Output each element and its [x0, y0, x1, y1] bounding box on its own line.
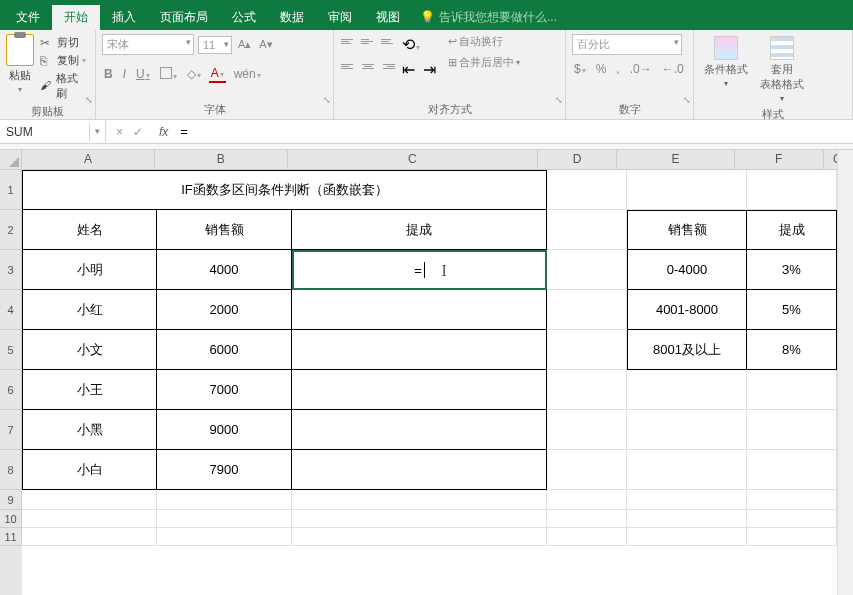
cell-E7[interactable]: [627, 410, 747, 450]
cell-E8[interactable]: [627, 450, 747, 490]
font-size-combo[interactable]: 11: [198, 36, 232, 54]
cell-B9[interactable]: [157, 490, 292, 510]
cell-E6[interactable]: [627, 370, 747, 410]
align-top-button[interactable]: [340, 34, 356, 48]
tell-me[interactable]: 💡告诉我您想要做什么...: [412, 9, 557, 26]
cell-A8[interactable]: 小白: [22, 450, 157, 490]
row-header-1[interactable]: 1: [0, 170, 22, 210]
row-header-4[interactable]: 4: [0, 290, 22, 330]
cell-A4[interactable]: 小红: [22, 290, 157, 330]
col-header-B[interactable]: B: [155, 150, 288, 170]
cell-D3[interactable]: [547, 250, 627, 290]
cell-A5[interactable]: 小文: [22, 330, 157, 370]
name-box[interactable]: [0, 123, 90, 141]
align-left-button[interactable]: [340, 59, 356, 73]
cell-E11[interactable]: [627, 528, 747, 546]
indent-dec-button[interactable]: ⇤: [400, 59, 417, 80]
cell-C4[interactable]: [292, 290, 547, 330]
cell-B4[interactable]: 2000: [157, 290, 292, 330]
tab-file[interactable]: 文件: [4, 5, 52, 30]
font-launcher-icon[interactable]: ⤡: [323, 95, 331, 105]
cell-C9[interactable]: [292, 490, 547, 510]
cell-C2[interactable]: 提成: [292, 210, 547, 250]
cell-F10[interactable]: [747, 510, 837, 528]
tab-layout[interactable]: 页面布局: [148, 5, 220, 30]
cut-button[interactable]: 剪切: [38, 34, 89, 51]
row-header-3[interactable]: 3: [0, 250, 22, 290]
col-header-C[interactable]: C: [288, 150, 539, 170]
align-right-button[interactable]: [380, 59, 396, 73]
dec-decimal-button[interactable]: ←.0: [660, 61, 686, 77]
tab-data[interactable]: 数据: [268, 5, 316, 30]
paste-button[interactable]: 粘贴 ▾: [6, 34, 34, 94]
merge-button[interactable]: ⊞合并后居中▾: [448, 55, 520, 70]
number-format-combo[interactable]: 百分比: [572, 34, 682, 55]
col-header-A[interactable]: A: [22, 150, 155, 170]
cell-A2[interactable]: 姓名: [22, 210, 157, 250]
cell-C5[interactable]: [292, 330, 547, 370]
cell-C8[interactable]: [292, 450, 547, 490]
cell-F4[interactable]: 5%: [747, 290, 837, 330]
orientation-button[interactable]: ⟲: [400, 34, 422, 55]
border-button[interactable]: [158, 66, 179, 83]
row-header-5[interactable]: 5: [0, 330, 22, 370]
cell-D1[interactable]: [547, 170, 627, 210]
clipboard-launcher-icon[interactable]: ⤡: [85, 95, 93, 105]
indent-inc-button[interactable]: ⇥: [421, 59, 438, 80]
vertical-scrollbar[interactable]: [837, 150, 853, 595]
copy-button[interactable]: 复制▾: [38, 52, 89, 69]
cancel-formula-button[interactable]: ×: [116, 125, 123, 139]
cell-F9[interactable]: [747, 490, 837, 510]
shrink-font-button[interactable]: A▾: [257, 38, 274, 51]
table-format-button[interactable]: 套用 表格格式▾: [756, 34, 808, 105]
confirm-formula-button[interactable]: ✓: [133, 125, 143, 139]
cell-E1[interactable]: [627, 170, 747, 210]
underline-button[interactable]: U: [134, 66, 152, 82]
tab-review[interactable]: 审阅: [316, 5, 364, 30]
format-painter-button[interactable]: 格式刷: [38, 70, 89, 102]
cell-D11[interactable]: [547, 528, 627, 546]
tab-view[interactable]: 视图: [364, 5, 412, 30]
cell-F3[interactable]: 3%: [747, 250, 837, 290]
grow-font-button[interactable]: A▴: [236, 38, 253, 51]
cell-F8[interactable]: [747, 450, 837, 490]
cell-A7[interactable]: 小黑: [22, 410, 157, 450]
align-bottom-button[interactable]: [380, 34, 396, 48]
cell-B6[interactable]: 7000: [157, 370, 292, 410]
cell-A10[interactable]: [22, 510, 157, 528]
cell-A1[interactable]: IF函数多区间条件判断（函数嵌套）: [22, 170, 547, 210]
cell-E4[interactable]: 4001-8000: [627, 290, 747, 330]
number-launcher-icon[interactable]: ⤡: [683, 95, 691, 105]
cell-C10[interactable]: [292, 510, 547, 528]
cell-E9[interactable]: [627, 490, 747, 510]
row-header-9[interactable]: 9: [0, 490, 22, 510]
cell-C11[interactable]: [292, 528, 547, 546]
accounting-button[interactable]: $: [572, 61, 588, 77]
col-header-D[interactable]: D: [538, 150, 617, 170]
cell-E5[interactable]: 8001及以上: [627, 330, 747, 370]
cell-A9[interactable]: [22, 490, 157, 510]
cell-B8[interactable]: 7900: [157, 450, 292, 490]
row-header-2[interactable]: 2: [0, 210, 22, 250]
cell-B2[interactable]: 销售额: [157, 210, 292, 250]
col-header-F[interactable]: F: [735, 150, 824, 170]
tab-formula[interactable]: 公式: [220, 5, 268, 30]
cell-D8[interactable]: [547, 450, 627, 490]
tab-home[interactable]: 开始: [52, 5, 100, 30]
cell-F5[interactable]: 8%: [747, 330, 837, 370]
name-box-dropdown[interactable]: ▾: [90, 120, 106, 143]
col-header-E[interactable]: E: [617, 150, 735, 170]
select-all-button[interactable]: [0, 150, 22, 170]
fx-icon[interactable]: fx: [153, 125, 174, 139]
italic-button[interactable]: I: [121, 66, 128, 82]
cell-A6[interactable]: 小王: [22, 370, 157, 410]
fill-color-button[interactable]: ◇: [185, 66, 203, 82]
cell-C3[interactable]: =: [292, 250, 547, 290]
row-header-10[interactable]: 10: [0, 510, 22, 528]
comma-button[interactable]: ,: [614, 61, 621, 77]
align-middle-button[interactable]: [360, 34, 376, 48]
cell-C6[interactable]: [292, 370, 547, 410]
wrap-text-button[interactable]: ↩自动换行: [448, 34, 520, 49]
cell-B5[interactable]: 6000: [157, 330, 292, 370]
cell-E3[interactable]: 0-4000: [627, 250, 747, 290]
